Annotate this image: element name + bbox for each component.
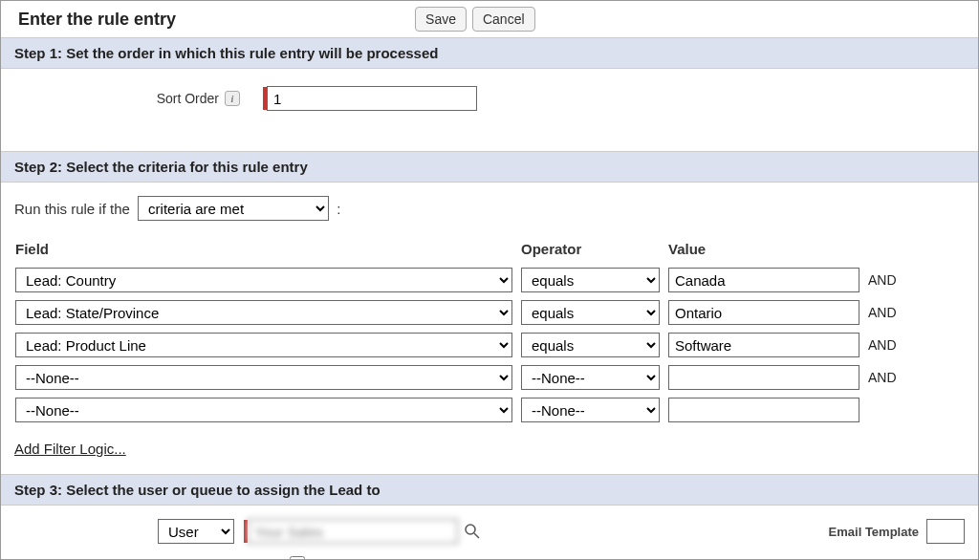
step2-body: Run this rule if the criteria are met : … [1, 183, 978, 474]
svg-line-1 [474, 533, 479, 538]
email-template-input[interactable] [926, 519, 965, 544]
field-select[interactable]: --None-- [15, 398, 512, 422]
info-icon[interactable]: i [225, 91, 240, 106]
operator-select[interactable]: --None-- [521, 365, 660, 390]
do-not-reassign-checkbox[interactable] [290, 556, 305, 560]
col-field: Field [14, 240, 520, 261]
run-suffix: : [337, 201, 340, 217]
save-button[interactable]: Save [415, 7, 467, 32]
and-label: AND [867, 364, 904, 391]
assignee-input[interactable] [248, 519, 458, 544]
assign-row: User Email Template [14, 515, 965, 544]
operator-select[interactable]: equals [521, 300, 660, 325]
page-title: Enter the rule entry [18, 10, 176, 30]
email-template-label: Email Template [829, 525, 919, 539]
assignee-type-select[interactable]: User [158, 519, 234, 544]
reassign-row: Do Not Reassign Owner [286, 553, 965, 560]
rule-entry-page: Enter the rule entry Save Cancel Step 1:… [0, 0, 979, 560]
field-select[interactable]: --None-- [15, 365, 512, 390]
step2-header: Step 2: Select the criteria for this rul… [1, 151, 978, 183]
col-operator: Operator [520, 240, 667, 261]
criteria-row: --None----None--AND [14, 364, 904, 391]
operator-select[interactable]: equals [521, 268, 660, 292]
sort-order-row: Sort Order i [14, 78, 965, 134]
field-select[interactable]: Lead: State/Province [15, 300, 512, 325]
sort-order-input[interactable] [267, 86, 477, 111]
criteria-row: Lead: CountryequalsAND [14, 267, 904, 293]
criteria-table: Field Operator Value Lead: Countryequals… [14, 234, 904, 429]
step3-header: Step 3: Select the user or queue to assi… [1, 474, 978, 506]
field-select[interactable]: Lead: Country [15, 268, 512, 292]
step3-body: User Email Template Do Not Reassign Owne… [1, 506, 978, 560]
value-input[interactable] [668, 333, 859, 357]
and-label: AND [867, 332, 904, 358]
value-input[interactable] [668, 398, 859, 422]
run-rule-row: Run this rule if the criteria are met : [14, 192, 965, 234]
and-label: AND [867, 267, 904, 293]
step1-header: Step 1: Set the order in which this rule… [1, 37, 978, 69]
criteria-row: Lead: State/ProvinceequalsAND [14, 299, 904, 326]
value-input[interactable] [668, 300, 859, 325]
criteria-row: --None----None-- [14, 397, 904, 423]
svg-point-0 [466, 525, 475, 534]
lookup-icon[interactable] [464, 523, 481, 540]
operator-select[interactable]: --None-- [521, 398, 660, 422]
col-value: Value [667, 240, 867, 261]
value-input[interactable] [668, 365, 859, 390]
operator-select[interactable]: equals [521, 333, 660, 357]
value-input[interactable] [668, 268, 859, 292]
criteria-row: Lead: Product LineequalsAND [14, 332, 904, 358]
header-row: Enter the rule entry Save Cancel [1, 1, 978, 37]
step1-body: Sort Order i [1, 69, 978, 151]
run-rule-select[interactable]: criteria are met [138, 196, 329, 221]
add-filter-logic-link[interactable]: Add Filter Logic... [14, 441, 126, 457]
run-prefix: Run this rule if the [14, 201, 130, 217]
and-label: AND [867, 299, 904, 326]
sort-order-label: Sort Order [14, 91, 225, 106]
and-label [867, 397, 904, 423]
field-select[interactable]: Lead: Product Line [15, 333, 512, 357]
cancel-button[interactable]: Cancel [472, 7, 535, 32]
do-not-reassign-label: Do Not Reassign Owner [311, 556, 466, 561]
